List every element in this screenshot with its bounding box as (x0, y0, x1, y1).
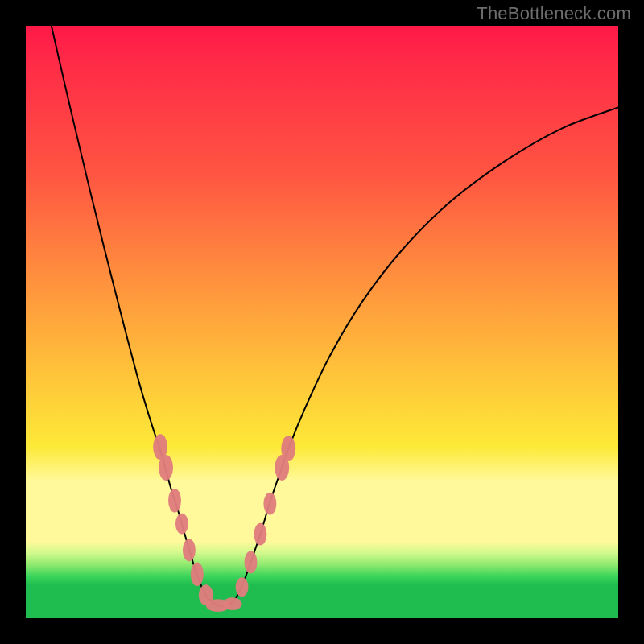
attribution-text: TheBottleneck.com (477, 3, 631, 24)
curve-marker (263, 493, 276, 515)
curve-marker (183, 539, 196, 562)
curve-marker (236, 577, 249, 597)
curve-marker (281, 436, 295, 461)
curve-marker (191, 562, 204, 586)
plot-svg (26, 26, 618, 618)
curve-marker (254, 523, 266, 546)
curve-marker (168, 489, 181, 513)
curve-marker (223, 597, 242, 610)
curve-marker (245, 551, 258, 573)
bottleneck-curve (52, 26, 618, 606)
curve-marker (175, 514, 188, 535)
plot-region (24, 24, 620, 620)
marker-group (153, 434, 295, 612)
chart-area: TheBottleneck.com (0, 0, 644, 644)
curve-marker (159, 455, 173, 481)
